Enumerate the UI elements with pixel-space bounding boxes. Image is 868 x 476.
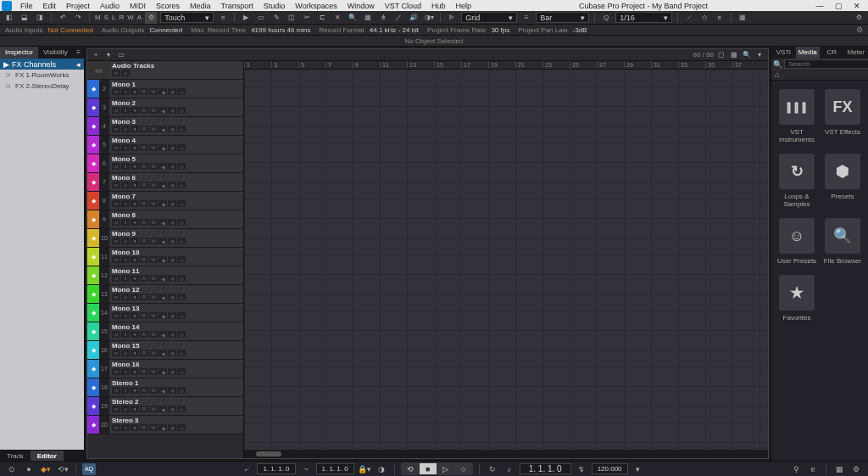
warp-tool[interactable]: ⋔	[377, 12, 389, 24]
track-color-handle[interactable]: ◆	[87, 98, 99, 116]
track-mute-button[interactable]: m	[112, 368, 120, 375]
grid-row[interactable]	[244, 238, 768, 256]
folder-solo-button[interactable]: s	[121, 70, 130, 76]
tab-editor[interactable]: Editor	[31, 451, 64, 461]
track-edit-button[interactable]: ▭	[177, 107, 186, 114]
track-color-handle[interactable]: ◆	[87, 80, 99, 98]
track-monitor-button[interactable]: ◀	[159, 406, 167, 412]
track-record-button[interactable]: ●	[131, 107, 139, 114]
track-record-button[interactable]: ●	[131, 294, 139, 300]
split-tool[interactable]: ✂	[301, 12, 313, 24]
menu-audio[interactable]: Audio	[95, 2, 125, 10]
menu-scores[interactable]: Scores	[151, 2, 185, 10]
track-read-button[interactable]: R	[140, 238, 148, 244]
track-monitor-button[interactable]: ◀	[159, 182, 167, 188]
record-format-value[interactable]: 44.1 kHz - 24 bit	[370, 26, 419, 34]
track-color-handle[interactable]: ◆	[87, 136, 99, 154]
track-read-button[interactable]: R	[140, 424, 148, 431]
track-write-button[interactable]: W	[149, 368, 158, 375]
track-mute-button[interactable]: m	[112, 294, 120, 300]
grid-row[interactable]	[244, 70, 768, 88]
track-edit-button[interactable]: ▭	[177, 238, 186, 244]
punch-in-toggle[interactable]: 🔒▾	[358, 463, 371, 475]
track-solo-button[interactable]: s	[121, 107, 130, 114]
right-locator-icon[interactable]: ¬	[299, 463, 313, 475]
right-locator-field[interactable]: 1. 1. 1. 0	[316, 463, 354, 474]
track-read-button[interactable]: R	[140, 163, 148, 170]
automation-follow-button[interactable]: ⚙	[145, 12, 157, 24]
track-solo-button[interactable]: s	[121, 182, 130, 188]
audio-track[interactable]: ◆ 17 Mono 16 m s ● R W ◀ ❄ ▭	[87, 360, 243, 378]
menu-file[interactable]: File	[15, 2, 38, 10]
track-record-button[interactable]: ●	[131, 331, 139, 338]
color-tool[interactable]: ◑▾	[423, 12, 435, 24]
track-color-handle[interactable]: ◆	[87, 154, 99, 172]
track-write-button[interactable]: W	[149, 256, 158, 263]
grid-row[interactable]	[244, 275, 768, 294]
folder-mute-button[interactable]: m	[112, 70, 120, 76]
left-locator-field[interactable]: 1. 1. 1. 0	[257, 463, 295, 474]
track-mute-button[interactable]: m	[112, 182, 120, 188]
quantize-apply-button[interactable]: Q	[600, 12, 612, 24]
track-monitor-button[interactable]: ◀	[159, 294, 167, 300]
track-freeze-button[interactable]: ❄	[168, 312, 176, 319]
menu-transport[interactable]: Transport	[216, 2, 259, 10]
menu-media[interactable]: Media	[185, 2, 216, 10]
minimize-button[interactable]: —	[810, 2, 829, 10]
track-list-menu[interactable]: ▾	[103, 50, 114, 60]
track-color-handle[interactable]: ◆	[87, 322, 99, 340]
track-freeze-button[interactable]: ❄	[168, 163, 176, 170]
find-track-button[interactable]: 🔍	[742, 50, 752, 60]
audio-track[interactable]: ◆ 15 Mono 14 m s ● R W ◀ ❄ ▭	[87, 322, 243, 341]
view-settings-button[interactable]: ▦	[729, 50, 739, 60]
tab-cr[interactable]: CR	[820, 47, 844, 59]
view-filter-button[interactable]: ▢	[716, 50, 726, 60]
track-mute-button[interactable]: m	[112, 350, 120, 356]
track-solo-button[interactable]: s	[121, 350, 130, 356]
tempo-field[interactable]: 120.000	[592, 463, 628, 474]
play-button[interactable]: ▷	[437, 463, 454, 474]
track-solo-button[interactable]: s	[121, 387, 130, 394]
primary-time-display[interactable]: 1. 1. 1. 0	[520, 463, 571, 474]
track-mute-button[interactable]: m	[112, 107, 120, 114]
snap-type-dropdown[interactable]: Grid▾	[461, 12, 517, 23]
listen-button[interactable]: L	[112, 14, 115, 21]
track-name[interactable]: Mono 9	[112, 230, 241, 238]
track-edit-button[interactable]: ▭	[177, 200, 186, 207]
range-tool[interactable]: ▭	[255, 12, 267, 24]
audio-track[interactable]: ◆ 8 Mono 7 m s ● R W ◀ ❄ ▭	[87, 192, 243, 210]
menu-studio[interactable]: Studio	[259, 2, 291, 10]
track-freeze-button[interactable]: ❄	[168, 107, 176, 114]
menu-vstcloud[interactable]: VST Cloud	[380, 2, 426, 10]
track-mute-button[interactable]: m	[112, 238, 120, 244]
tab-visibility[interactable]: Visibility	[38, 47, 73, 59]
grid-row[interactable]	[244, 200, 768, 219]
track-solo-button[interactable]: s	[121, 238, 130, 244]
track-name[interactable]: Mono 16	[112, 361, 241, 368]
track-freeze-button[interactable]: ❄	[168, 126, 176, 132]
open-mixer-button[interactable]: ▦	[737, 12, 748, 24]
track-monitor-button[interactable]: ◀	[159, 312, 167, 319]
audio-track[interactable]: ◆ 18 Stereo 1 m s ● R W ◀ ❄ ▭	[87, 378, 243, 397]
track-monitor-button[interactable]: ◀	[159, 424, 167, 431]
audio-track[interactable]: ◆ 5 Mono 4 m s ● R W ◀ ❄ ▭	[87, 136, 243, 154]
track-read-button[interactable]: R	[140, 107, 148, 114]
track-color-handle[interactable]: ◆	[87, 210, 99, 228]
track-name[interactable]: Mono 14	[112, 323, 241, 331]
grid-row[interactable]	[244, 350, 768, 368]
track-color-handle[interactable]: ◆	[87, 341, 99, 359]
track-mute-button[interactable]: m	[112, 219, 120, 226]
track-read-button[interactable]: R	[140, 294, 148, 300]
grid-row[interactable]	[244, 126, 768, 144]
fx-item[interactable]: FX 2-StereoDelay	[0, 81, 84, 92]
track-name[interactable]: Mono 15	[112, 342, 241, 350]
scroll-thumb[interactable]	[256, 451, 281, 456]
track-mute-button[interactable]: m	[112, 200, 120, 207]
output-menu-button[interactable]: ▦	[832, 463, 846, 475]
track-edit-button[interactable]: ▭	[177, 219, 186, 226]
track-solo-button[interactable]: s	[121, 163, 130, 170]
toggle-left-zone-button[interactable]: ◧	[3, 12, 15, 24]
track-write-button[interactable]: W	[149, 350, 158, 356]
track-write-button[interactable]: W	[149, 200, 158, 207]
track-freeze-button[interactable]: ❄	[168, 182, 176, 188]
